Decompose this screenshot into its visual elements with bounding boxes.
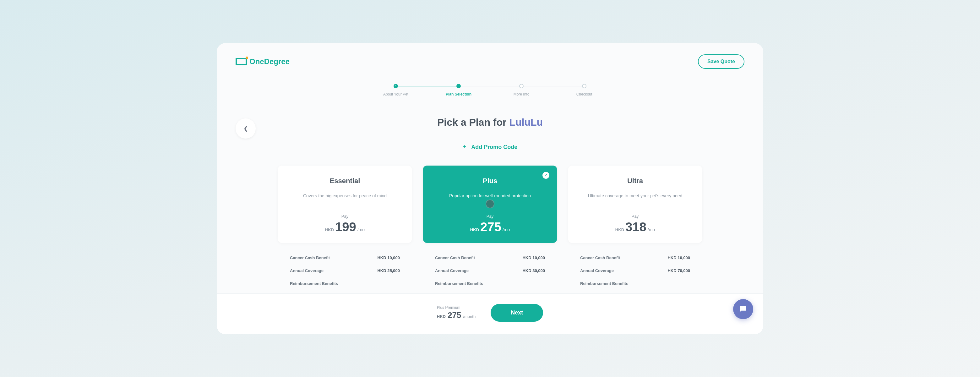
detail-row: Cancer Cash BenefitHKD 10,000 <box>290 255 400 260</box>
plan-desc: Ultimate coverage to meet your pet's eve… <box>578 192 692 205</box>
step-dot-icon <box>582 84 586 88</box>
step-label: About Your Pet <box>383 92 408 97</box>
detail-label: Annual Coverage <box>435 268 469 273</box>
logo[interactable]: OneDegree <box>235 57 290 66</box>
detail-value: HKD 10,000 <box>377 255 400 260</box>
plan-name: Essential <box>288 177 402 185</box>
pay-label: Pay <box>288 214 402 219</box>
detail-label: Annual Coverage <box>580 268 614 273</box>
plan-card-ultra[interactable]: ✓ Ultra Ultimate coverage to meet your p… <box>568 165 702 243</box>
detail-row: Annual CoverageHKD 25,000 <box>290 268 400 273</box>
price-value: 318 <box>625 220 646 234</box>
price-suffix: /mo <box>503 227 510 232</box>
save-quote-button[interactable]: Save Quote <box>698 54 745 69</box>
plan-name: Ultra <box>578 177 692 185</box>
detail-section: Reimbursement Benefits <box>435 281 545 286</box>
plan-card-plus[interactable]: ✓ Plus Popular option for well-rounded p… <box>423 165 557 243</box>
detail-section: Reimbursement Benefits <box>580 281 690 286</box>
app-card: OneDegree Save Quote ❮ About Your Pet Pl… <box>217 43 763 334</box>
footer-summary: Plus Premium HKD 275 /month <box>437 305 476 320</box>
price-value: 275 <box>480 220 501 234</box>
plans-row: ✓ Essential Covers the big expenses for … <box>217 165 763 243</box>
details-col-plus: Cancer Cash BenefitHKD 10,000 Annual Cov… <box>423 255 557 293</box>
step-label: More Info <box>514 92 530 97</box>
detail-value: HKD 10,000 <box>522 255 545 260</box>
logo-text: OneDegree <box>250 57 290 66</box>
chat-button[interactable] <box>733 299 753 319</box>
plan-price: HKD 275 /mo <box>433 220 547 234</box>
pet-name: LuluLu <box>509 116 543 128</box>
detail-value: HKD 10,000 <box>667 255 690 260</box>
pay-label: Pay <box>433 214 547 219</box>
plan-details: Cancer Cash BenefitHKD 10,000 Annual Cov… <box>217 255 763 293</box>
detail-row: Annual CoverageHKD 30,000 <box>435 268 545 273</box>
detail-row: Cancer Cash BenefitHKD 10,000 <box>580 255 690 260</box>
cursor-icon <box>485 199 495 208</box>
step-about-pet[interactable]: About Your Pet <box>364 84 427 97</box>
next-button[interactable]: Next <box>491 304 543 322</box>
step-line <box>396 86 458 86</box>
step-dot-icon <box>394 84 398 88</box>
footer-price: HKD 275 /month <box>437 310 476 320</box>
currency: HKD <box>325 227 334 232</box>
back-button[interactable]: ❮ <box>235 118 256 138</box>
detail-label: Cancer Cash Benefit <box>435 255 475 260</box>
step-label: Plan Selection <box>446 92 471 97</box>
step-line <box>522 86 584 86</box>
step-label: Checkout <box>576 92 592 97</box>
detail-value: HKD 70,000 <box>667 268 690 273</box>
footer-currency: HKD <box>437 314 446 319</box>
plan-name: Plus <box>433 177 547 185</box>
detail-row: Cancer Cash BenefitHKD 10,000 <box>435 255 545 260</box>
step-line <box>458 86 522 86</box>
detail-section: Reimbursement Benefits <box>290 281 400 286</box>
footer-plan-label: Plus Premium <box>437 305 476 310</box>
price-suffix: /mo <box>648 227 655 232</box>
currency: HKD <box>615 227 624 232</box>
title-prefix: Pick a Plan for <box>437 116 509 128</box>
pay-label: Pay <box>578 214 692 219</box>
detail-label: Cancer Cash Benefit <box>290 255 330 260</box>
currency: HKD <box>470 227 479 232</box>
chevron-left-icon: ❮ <box>243 125 248 132</box>
logo-icon <box>235 58 247 65</box>
header: OneDegree Save Quote <box>217 43 763 69</box>
footer-price-suffix: /month <box>463 314 476 319</box>
detail-value: HKD 25,000 <box>377 268 400 273</box>
detail-label: Cancer Cash Benefit <box>580 255 620 260</box>
stepper: About Your Pet Plan Selection More Info … <box>217 84 763 97</box>
footer-price-value: 275 <box>448 310 461 320</box>
detail-label: Annual Coverage <box>290 268 323 273</box>
details-col-essential: Cancer Cash BenefitHKD 10,000 Annual Cov… <box>278 255 412 293</box>
plan-card-essential[interactable]: ✓ Essential Covers the big expenses for … <box>278 165 412 243</box>
plan-desc: Covers the big expenses for peace of min… <box>288 192 402 205</box>
footer-bar: Plus Premium HKD 275 /month Next <box>217 293 763 334</box>
step-dot-icon <box>519 84 523 88</box>
details-col-ultra: Cancer Cash BenefitHKD 10,000 Annual Cov… <box>568 255 702 293</box>
chat-icon <box>739 305 748 313</box>
check-icon: ✓ <box>542 172 549 179</box>
add-promo-button[interactable]: +Add Promo Code <box>217 143 763 151</box>
price-value: 199 <box>335 220 356 234</box>
promo-label: Add Promo Code <box>471 144 517 150</box>
price-suffix: /mo <box>358 227 365 232</box>
plan-price: HKD 199 /mo <box>288 220 402 234</box>
step-dot-icon <box>457 84 461 88</box>
plan-price: HKD 318 /mo <box>578 220 692 234</box>
detail-value: HKD 30,000 <box>522 268 545 273</box>
page-title: Pick a Plan for LuluLu <box>217 116 763 128</box>
detail-row: Annual CoverageHKD 70,000 <box>580 268 690 273</box>
plus-icon: + <box>463 143 466 151</box>
